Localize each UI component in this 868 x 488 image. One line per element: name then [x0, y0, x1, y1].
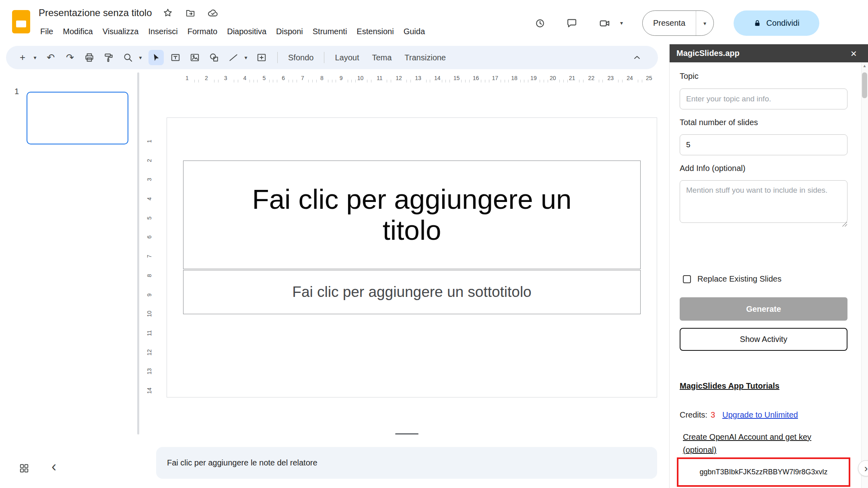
panel-scrollbar-track[interactable] — [861, 62, 868, 488]
move-folder-icon[interactable] — [183, 6, 197, 20]
add-info-label: Add Info (optional) — [680, 164, 745, 173]
speaker-notes[interactable]: Fai clic per aggiungere le note del rela… — [156, 447, 657, 479]
line-dropdown-icon[interactable]: ▾ — [242, 50, 250, 65]
scroll-up-icon[interactable]: ▲ — [861, 64, 868, 68]
meet-camera-dropdown-icon[interactable]: ▾ — [620, 20, 623, 26]
add-info-textarea[interactable] — [680, 180, 847, 223]
ruler-number: 4 — [145, 194, 153, 203]
api-key-input[interactable] — [678, 468, 849, 476]
title-placeholder[interactable]: Fai clic per aggiungere un titolo — [183, 161, 641, 269]
ruler-number: 5 — [260, 74, 268, 82]
slide-thumbnail[interactable] — [27, 92, 128, 144]
ruler-number: 8 — [145, 271, 153, 280]
title-placeholder-text: Fai clic per aggiungere un — [252, 184, 572, 215]
credits-value: 3 — [711, 410, 715, 420]
menu-item[interactable]: Formato — [183, 24, 222, 39]
grid-view-icon[interactable] — [15, 459, 33, 477]
cloud-saved-icon[interactable] — [206, 6, 220, 20]
theme-button[interactable]: Tema — [365, 50, 398, 65]
redo-button[interactable]: ↷ — [62, 50, 78, 65]
menu-item[interactable]: Diapositiva — [222, 24, 271, 39]
ruler-number: 6 — [279, 74, 288, 82]
slides-count-input[interactable] — [680, 134, 847, 155]
subtitle-placeholder[interactable]: Fai clic per aggiungere un sottotitolo — [183, 270, 641, 314]
credits-label: Credits: — [680, 410, 707, 420]
ruler-number: 8 — [318, 74, 326, 82]
document-title[interactable]: Presentazione senza titolo — [39, 7, 152, 19]
ruler-number: 4 — [240, 74, 249, 82]
panel-title: MagicSlides.app — [676, 49, 740, 58]
star-icon[interactable] — [161, 6, 175, 20]
new-slide-button[interactable]: + — [15, 50, 30, 65]
menu-item[interactable]: File — [35, 24, 58, 39]
collapse-filmstrip-icon[interactable]: ‹ — [45, 458, 63, 476]
ruler-number: 24 — [625, 74, 634, 82]
menu-item[interactable]: Visualizza — [98, 24, 144, 39]
ruler-number: 22 — [587, 74, 596, 82]
print-button[interactable] — [82, 50, 97, 65]
share-button-label: Condividi — [766, 19, 799, 28]
replace-existing-checkbox[interactable] — [683, 275, 691, 283]
speaker-notes-placeholder: Fai clic per aggiungere le note del rela… — [167, 458, 318, 467]
ruler-number: 25 — [645, 74, 654, 82]
new-slide-dropdown-icon[interactable]: ▾ — [31, 50, 39, 65]
meet-camera-icon[interactable] — [594, 13, 615, 34]
ruler-number: 13 — [414, 74, 423, 82]
menu-item[interactable]: Disponi — [271, 24, 308, 39]
openai-key-link[interactable]: Create OpenAI Account and get key (optio… — [683, 430, 842, 456]
background-button[interactable]: Sfondo — [282, 50, 320, 65]
menu-item[interactable]: Estensioni — [352, 24, 398, 39]
tutorials-link[interactable]: MagicSlides App Tutorials — [680, 381, 779, 391]
upgrade-link[interactable]: Upgrade to Unlimited — [722, 410, 798, 420]
paint-format-button[interactable] — [101, 50, 116, 65]
magicslides-panel: MagicSlides.app × Topic Total number of … — [669, 44, 868, 488]
ruler-number: 14 — [433, 74, 442, 82]
panel-scrollbar-thumb[interactable] — [862, 72, 867, 98]
credits-row: Credits: 3 Upgrade to Unlimited — [680, 410, 798, 420]
present-dropdown-icon[interactable]: ▾ — [696, 11, 713, 35]
top-bar: Presentazione senza titolo FileModificaV… — [0, 0, 868, 46]
replace-existing-label: Replace Existing Slides — [697, 274, 781, 284]
ruler-number: 15 — [452, 74, 461, 82]
collapse-toolbar-icon[interactable] — [628, 50, 646, 65]
insert-image-button[interactable] — [187, 50, 202, 65]
layout-button[interactable]: Layout — [328, 50, 365, 65]
insert-shape-button[interactable] — [206, 50, 222, 65]
generate-button[interactable]: Generate — [680, 297, 847, 321]
filmstrip-scrollbar[interactable] — [137, 72, 139, 434]
menu-bar: FileModificaVisualizzaInserisciFormatoDi… — [35, 24, 430, 39]
show-activity-button[interactable]: Show Activity — [680, 328, 847, 351]
text-box-tool-button[interactable] — [168, 50, 183, 65]
share-button[interactable]: Condividi — [734, 10, 819, 36]
replace-slides-row: Replace Existing Slides — [683, 274, 781, 284]
ruler-number: 23 — [606, 74, 615, 82]
notes-resize-handle[interactable] — [395, 433, 419, 434]
ruler-number: 2 — [202, 74, 211, 82]
close-icon[interactable]: × — [851, 48, 857, 59]
select-tool-button[interactable] — [148, 50, 164, 65]
api-key-highlight-box — [677, 457, 850, 487]
insert-placeholder-button[interactable] — [254, 50, 269, 65]
toolbar: + ▾ ↶ ↷ ▾ ▾ Sfondo — [6, 46, 658, 69]
insert-line-button[interactable] — [226, 50, 241, 65]
app-window: Presentazione senza titolo FileModificaV… — [0, 0, 868, 488]
zoom-button[interactable] — [120, 50, 136, 65]
menu-item[interactable]: Guida — [399, 24, 430, 39]
ruler-number: 5 — [145, 214, 153, 222]
version-history-icon[interactable] — [530, 13, 550, 34]
slides-logo-inner — [16, 21, 26, 27]
ruler-number: 1 — [183, 74, 192, 82]
slides-logo-icon[interactable] — [12, 10, 30, 33]
comments-icon[interactable] — [561, 13, 582, 34]
menu-item[interactable]: Inserisci — [143, 24, 182, 39]
panel-header: MagicSlides.app × — [670, 44, 868, 62]
menu-item[interactable]: Modifica — [58, 24, 97, 39]
ruler-number: 21 — [568, 74, 577, 82]
ruler-number: 16 — [471, 74, 480, 82]
menu-item[interactable]: Strumenti — [308, 24, 352, 39]
topic-input[interactable] — [680, 89, 847, 109]
zoom-dropdown-icon[interactable]: ▾ — [136, 50, 144, 65]
undo-button[interactable]: ↶ — [43, 50, 58, 65]
transition-button[interactable]: Transizione — [398, 50, 452, 65]
present-button[interactable]: Presenta — [643, 11, 696, 35]
